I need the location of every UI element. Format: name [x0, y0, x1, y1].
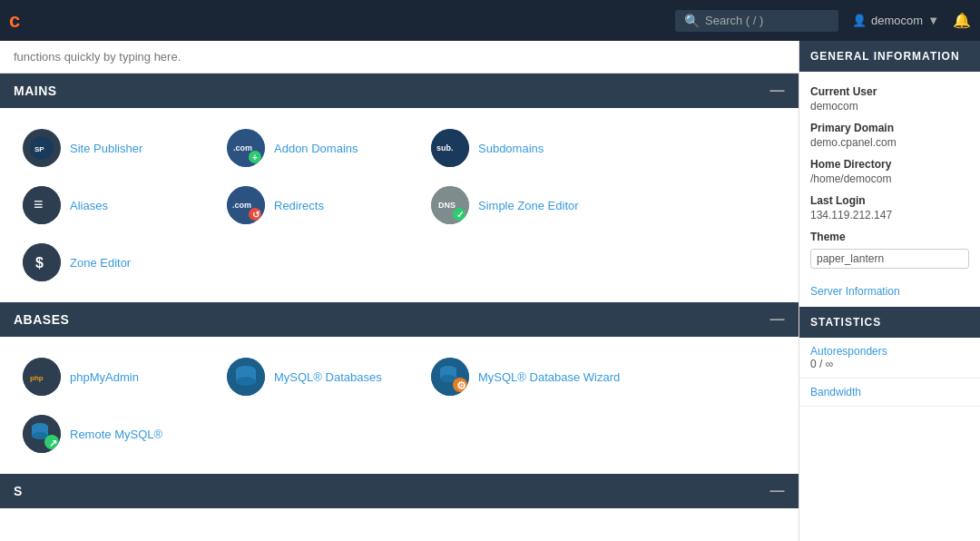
notifications-bell-icon[interactable]: 🔔 [953, 12, 971, 29]
svg-text:.com: .com [233, 143, 252, 152]
domains-section-header: MAINS — [0, 74, 799, 108]
section3-title: S [14, 484, 23, 498]
quick-search-bar [0, 41, 799, 74]
username-label: democom [871, 14, 923, 27]
databases-section-header: ABASES — [0, 302, 799, 337]
addon-domains-icon: .com + [227, 129, 265, 167]
svg-text:+: + [252, 152, 258, 162]
home-directory-value: /home/democom [810, 172, 969, 185]
redirects-icon: .com ↺ [227, 186, 265, 224]
stats-autoresponders: Autoresponders 0 / ∞ [799, 338, 980, 379]
primary-domain-value: demo.cpanel.com [810, 136, 969, 149]
general-info-header: GENERAL INFORMATION [799, 41, 980, 72]
autoresponders-link[interactable]: Autoresponders [810, 345, 969, 358]
site-publisher-label: Site Publisher [70, 142, 142, 155]
section3-body [0, 508, 799, 541]
section3-header: S — [0, 474, 799, 508]
redirects-label: Redirects [274, 199, 324, 212]
domains-section-title: MAINS [14, 84, 57, 98]
last-login-value: 134.119.212.147 [810, 209, 969, 221]
list-item[interactable]: ↗ Remote MySQL® [18, 408, 218, 460]
list-item[interactable]: php phpMyAdmin [18, 350, 218, 403]
svg-text:≡: ≡ [34, 195, 44, 213]
simple-zone-editor-icon: DNS ✓ [431, 186, 469, 224]
svg-text:↺: ↺ [252, 210, 260, 220]
search-icon: 🔍 [684, 14, 700, 28]
svg-text:✓: ✓ [456, 210, 464, 220]
theme-label: Theme [810, 231, 969, 243]
phpmyadmin-label: phpMyAdmin [70, 370, 139, 384]
domains-section-body: SP Site Publisher .com + Addon Domai [0, 108, 799, 302]
addon-domains-label: Addon Domains [274, 142, 358, 155]
svg-text:↗: ↗ [49, 438, 57, 448]
list-item[interactable]: $ Zone Editor [18, 236, 218, 289]
dropdown-arrow-icon: ▼ [927, 14, 939, 27]
remote-mysql-label: Remote MySQL® [70, 428, 162, 441]
svg-text:SP: SP [34, 145, 44, 153]
databases-section: ABASES — php phpMyAdmin [0, 302, 799, 474]
logo: c [9, 9, 20, 33]
svg-text:DNS: DNS [438, 201, 456, 210]
subdomains-icon: sub. [431, 129, 469, 167]
zone-editor-label: Zone Editor [70, 256, 131, 270]
list-item[interactable]: sub. Subdomains [426, 122, 626, 174]
phpmyadmin-icon: php [23, 358, 61, 396]
right-sidebar: GENERAL INFORMATION Current User democom… [799, 41, 980, 541]
left-content: MAINS — SP Site Publisher .com [0, 41, 799, 541]
mysql-wizard-icon: ⚙ [431, 358, 469, 396]
aliases-icon: ≡ [23, 186, 61, 224]
general-info-body: Current User democom Primary Domain demo… [799, 72, 980, 278]
zone-editor-icon: $ [23, 243, 61, 281]
databases-section-body: php phpMyAdmin MySQL® [0, 337, 799, 474]
server-information-link[interactable]: Server Information [810, 285, 969, 298]
section3: S — [0, 474, 799, 541]
mysql-wizard-label: MySQL® Database Wizard [478, 370, 620, 384]
stats-bandwidth: Bandwidth [799, 379, 980, 407]
svg-text:⚙: ⚙ [456, 379, 466, 392]
mysql-databases-label: MySQL® Databases [274, 370, 382, 384]
search-placeholder-text: Search ( / ) [705, 14, 763, 27]
subdomains-label: Subdomains [478, 142, 544, 155]
list-item[interactable]: .com + Addon Domains [222, 122, 422, 174]
databases-section-title: ABASES [14, 312, 69, 327]
databases-collapse-icon[interactable]: — [770, 311, 786, 328]
user-menu[interactable]: 👤 democom ▼ [852, 14, 939, 27]
bandwidth-link[interactable]: Bandwidth [810, 386, 969, 398]
list-item[interactable]: SP Site Publisher [18, 122, 218, 174]
list-item[interactable]: MySQL® Databases [222, 350, 422, 403]
current-user-label: Current User [810, 85, 969, 98]
list-item[interactable]: DNS ✓ Simple Zone Editor [426, 179, 626, 231]
list-item[interactable]: ≡ Aliases [18, 179, 218, 231]
quick-search-input[interactable] [0, 41, 799, 73]
domains-section: MAINS — SP Site Publisher .com [0, 74, 799, 302]
search-area[interactable]: 🔍 Search ( / ) [675, 10, 838, 32]
site-publisher-icon: SP [23, 129, 61, 167]
last-login-label: Last Login [810, 194, 969, 207]
statistics-header: STATISTICS [799, 307, 980, 338]
svg-text:.com: .com [232, 201, 251, 210]
aliases-label: Aliases [70, 199, 108, 212]
svg-text:php: php [30, 374, 44, 382]
svg-text:sub.: sub. [436, 143, 454, 152]
svg-point-25 [236, 377, 256, 386]
theme-input[interactable] [810, 249, 969, 269]
svg-text:$: $ [35, 255, 44, 270]
list-item[interactable]: ⚙ MySQL® Database Wizard [426, 350, 626, 403]
user-icon: 👤 [852, 14, 867, 27]
home-directory-label: Home Directory [810, 158, 969, 171]
autoresponders-value: 0 / ∞ [810, 358, 969, 370]
main-layout: MAINS — SP Site Publisher .com [0, 41, 980, 541]
list-item[interactable]: .com ↺ Redirects [222, 179, 422, 231]
mysql-databases-icon [227, 358, 265, 396]
domains-collapse-icon[interactable]: — [770, 83, 786, 99]
remote-mysql-icon: ↗ [23, 415, 61, 453]
current-user-value: democom [810, 100, 969, 113]
top-navigation: c 🔍 Search ( / ) 👤 democom ▼ 🔔 [0, 0, 980, 41]
section3-collapse-icon[interactable]: — [770, 483, 786, 499]
primary-domain-label: Primary Domain [810, 122, 969, 134]
simple-zone-editor-label: Simple Zone Editor [478, 199, 579, 212]
